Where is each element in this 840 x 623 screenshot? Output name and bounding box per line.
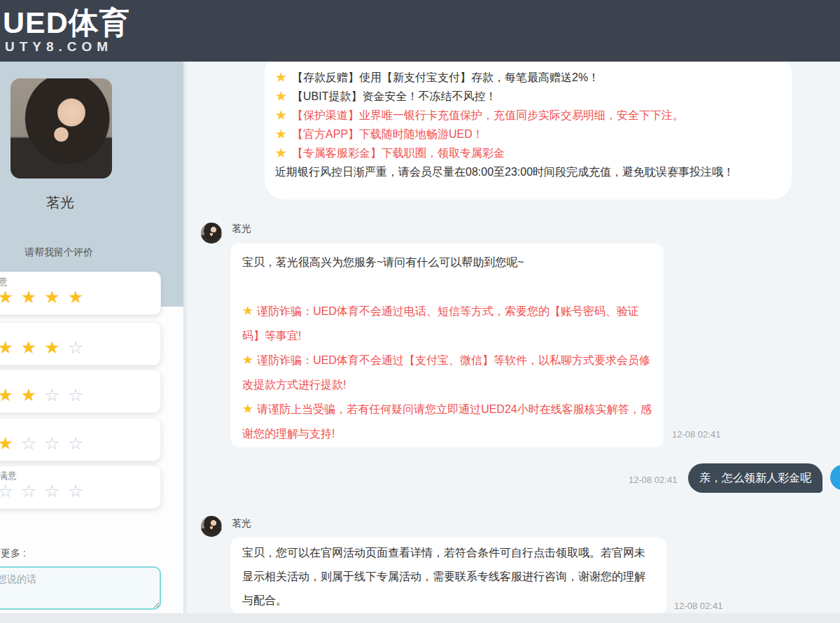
star-empty-icon[interactable]: ☆	[0, 481, 21, 500]
star-empty-icon[interactable]: ☆	[68, 481, 91, 500]
announcement-line: ★【专属客服彩金】下载职圈，领取专属彩金	[275, 144, 781, 162]
star-empty-icon[interactable]: ☆	[44, 481, 67, 500]
agent-message-name: 茗光	[232, 517, 251, 529]
star-filled-icon[interactable]: ★	[0, 433, 21, 453]
rating-card-2-stars[interactable]: 不满意 ★★☆☆☆	[0, 418, 161, 461]
announcement-text: 【官方APP】下载随时随地畅游UED！	[292, 128, 484, 140]
star-filled-icon[interactable]: ★	[0, 287, 21, 307]
announcement-text: 【保护渠道】业界唯一银行卡充值保护，充值同步实际交易明细，安全下下注。	[292, 109, 684, 121]
star-empty-icon[interactable]: ☆	[21, 481, 44, 500]
star-filled-icon[interactable]: ★	[0, 337, 21, 357]
rating-stars: ★★★★☆	[0, 337, 160, 357]
greeting-text: 宝贝，茗光很高兴为您服务~请问有什么可以帮助到您呢~	[242, 250, 652, 274]
star-icon: ★	[275, 70, 287, 85]
more-label: 更多 :	[1, 547, 26, 560]
page: { "colors": { "header_bg": "#3c434e", "s…	[0, 0, 840, 623]
rating-label: 非常不满意	[0, 470, 160, 480]
announcement-text: 【专属客服彩金】下载职圈，领取专属彩金	[292, 147, 505, 159]
star-empty-icon[interactable]: ☆	[68, 433, 91, 453]
announcement-text: 【存款反赠】使用【新支付宝支付】存款，每笔最高赠送2%！	[292, 71, 599, 83]
agent-message-bubble: 宝贝，您可以在官网活动页面查看详情，若符合条件可自行点击领取哦。若官网未显示相关…	[231, 538, 666, 614]
announcement-text: 【UBIT提款】资金安全！不冻结不风控！	[292, 90, 496, 102]
agent-sidebar: 茗光 请帮我留个评价 非常满意 ★★★★★ 满意 ★★★★☆ 一般 ★★★☆☆ …	[0, 62, 183, 623]
rating-stars: ★★☆☆☆	[0, 433, 160, 453]
star-filled-icon[interactable]: ★	[44, 337, 67, 357]
announcement-line: ★【存款反赠】使用【新支付宝支付】存款，每笔最高赠送2%！	[275, 68, 781, 87]
bottom-strip	[0, 613, 840, 623]
announcement-line: ★【保护渠道】业界唯一银行卡充值保护，充值同步实际交易明细，安全下下注。	[275, 106, 781, 125]
star-empty-icon[interactable]: ☆	[68, 337, 91, 357]
warning-text: ★谨防诈骗：UED体育不会通过【支付宝、微信】等软件，以私聊方式要求会员修改提款…	[242, 348, 652, 397]
message-timestamp: 12-08 02:41	[629, 475, 677, 485]
star-icon: ★	[275, 127, 287, 141]
brand-domain: UTY8.COM	[5, 39, 113, 55]
star-icon: ★	[242, 353, 253, 367]
message-timestamp: 12-08 02:41	[674, 601, 722, 611]
star-empty-icon[interactable]: ☆	[21, 433, 44, 453]
warning-text: ★谨防诈骗：UED体育不会通过电话、短信等方式，索要您的【账号密码、验证码】等事…	[242, 299, 652, 348]
star-icon: ★	[275, 89, 287, 104]
anti-fraud-warnings: ★谨防诈骗：UED体育不会通过电话、短信等方式，索要您的【账号密码、验证码】等事…	[242, 299, 652, 446]
announcement-text: 近期银行风控日渐严重，请会员尽量在08:00至23:00时间段完成充值，避免耽误…	[275, 166, 734, 178]
announcement-card: ★【存款反赠】使用【新支付宝支付】存款，每笔最高赠送2%！★【UBIT提款】资金…	[265, 62, 792, 200]
app-header: UED体育 UTY8.COM	[0, 0, 840, 62]
rating-label: 满意	[0, 326, 160, 337]
rating-stars: ★★★★★	[0, 287, 160, 307]
star-icon: ★	[242, 402, 253, 416]
star-empty-icon[interactable]: ☆	[44, 385, 67, 405]
announcement-line: ★【官方APP】下载随时随地畅游UED！	[275, 125, 781, 144]
star-empty-icon[interactable]: ☆	[68, 385, 91, 405]
user-message-bubble: 亲，怎么领新人彩金呢	[688, 463, 822, 493]
rating-card-5-stars[interactable]: 非常满意 ★★★★★	[0, 272, 161, 315]
rating-card-4-stars[interactable]: 满意 ★★★★☆	[0, 322, 161, 365]
chat-area: ★【存款反赠】使用【新支付宝支付】存款，每笔最高赠送2%！★【UBIT提款】资金…	[183, 62, 840, 623]
star-filled-icon[interactable]: ★	[0, 385, 21, 405]
announcement-line: 近期银行风控日渐严重，请会员尽量在08:00至23:00时间段完成充值，避免耽误…	[275, 162, 781, 181]
announcement-line: ★【UBIT提款】资金安全！不冻结不风控！	[275, 87, 781, 106]
warning-text: ★请谨防上当受骗，若有任何疑问请您立即通过UED24小时在线客服核实解答，感谢您…	[242, 397, 652, 446]
agent-message-name: 茗光	[232, 223, 251, 234]
rating-label: 不满意	[0, 422, 160, 433]
agent-message-avatar	[201, 516, 222, 537]
star-icon: ★	[275, 108, 287, 122]
rating-card-1-star[interactable]: 非常不满意 ★☆☆☆☆	[0, 465, 161, 509]
rating-stars: ★★★☆☆	[0, 385, 160, 405]
rating-label: 非常满意	[0, 276, 160, 286]
rating-stars: ★☆☆☆☆	[0, 481, 160, 500]
feedback-input[interactable]	[0, 566, 161, 610]
message-timestamp: 12-08 02:41	[672, 429, 720, 440]
star-filled-icon[interactable]: ★	[44, 287, 67, 307]
star-filled-icon[interactable]: ★	[21, 287, 44, 307]
star-icon: ★	[275, 146, 287, 160]
star-filled-icon[interactable]: ★	[21, 385, 44, 405]
rating-label: 一般	[0, 374, 160, 384]
agent-name: 茗光	[0, 193, 120, 212]
brand-logo: UED体育	[3, 3, 130, 43]
agent-message-bubble: 宝贝，茗光很高兴为您服务~请问有什么可以帮助到您呢~ ★谨防诈骗：UED体育不会…	[231, 244, 664, 447]
rating-card-3-stars[interactable]: 一般 ★★★☆☆	[0, 370, 161, 413]
user-avatar	[830, 465, 840, 490]
star-filled-icon[interactable]: ★	[21, 337, 44, 357]
agent-photo	[10, 78, 112, 178]
agent-message-avatar	[201, 223, 222, 244]
rating-prompt: 请帮我留个评价	[24, 246, 93, 259]
star-filled-icon[interactable]: ★	[68, 287, 91, 307]
star-empty-icon[interactable]: ☆	[44, 433, 67, 453]
star-icon: ★	[242, 304, 253, 318]
reply-text: 宝贝，您可以在官网活动页面查看详情，若符合条件可自行点击领取哦。若官网未显示相关…	[242, 541, 655, 612]
